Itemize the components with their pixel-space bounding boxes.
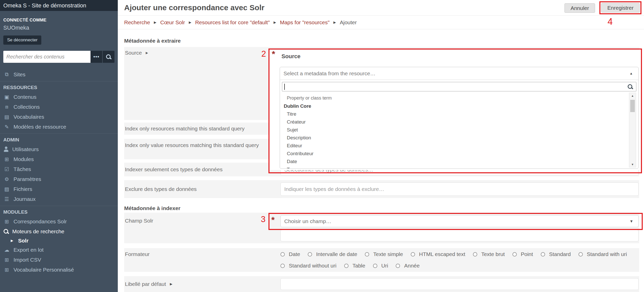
radio-icon[interactable] [280,264,285,268]
sidebar-item-modeles-de-ressource[interactable]: ✎Modèles de ressource [0,122,118,132]
breadcrumb-link-3[interactable]: Resources list for core "default" [195,19,270,26]
sidebar-item-export-en-lot[interactable]: ☁Export en lot [0,245,118,255]
field-row-formatter: Formateur Date Intervalle de date Texte … [124,248,639,272]
radio-icon[interactable] [473,252,477,257]
scroll-up-icon[interactable]: ▲ [629,94,636,97]
sidebar-section-modules: MODULES [0,208,118,216]
formatter-radio-table[interactable]: Table [344,263,365,269]
source-select-placeholder: Select a metadata from the resource… [280,67,638,80]
moteurs-de-recherche-icon [3,229,9,234]
radio-icon[interactable] [308,252,312,257]
formatter-radio-texte-brut[interactable]: Texte brut [473,251,505,257]
text-cursor [284,84,285,90]
formatter-radio-date[interactable]: Date [280,251,300,257]
search-icon [106,54,111,60]
solr-icon: ▶ [10,239,14,242]
dropdown-option[interactable]: Description [280,134,638,142]
sidebar-item-label: Correspondances Solr [14,218,67,225]
sidebar-item-solr[interactable]: ▶Solr [0,236,118,245]
breadcrumb-current: Ajouter [340,19,357,26]
sidebar-item-moteurs-de-recherche[interactable]: Moteurs de recherche [0,226,118,236]
formatter-radio-uri[interactable]: Uri [373,263,388,269]
exclude-label: Exclure des types de données [125,180,197,198]
radio-icon[interactable] [396,264,400,268]
default-label-label: Libellé par défaut ▶ [125,276,172,292]
dropdown-option[interactable]: Type [280,165,638,168]
search-submit-button[interactable] [103,51,114,63]
formatter-radio-standard-with-uri[interactable]: Standard with uri [578,251,627,257]
ellipsis-icon: ••• [93,54,99,60]
radio-icon[interactable] [411,252,415,257]
source-select[interactable]: Select a metadata from the resource… ▲ [280,67,638,80]
cancel-button[interactable]: Annuler [564,3,595,13]
radio-icon[interactable] [512,252,517,257]
sidebar-item-label: Vocabulaire Personnalisé [14,267,74,273]
dropdown-option[interactable]: Editeur [280,142,638,150]
chevron-up-icon: ▲ [629,67,633,80]
fichiers-icon: ▨ [3,186,10,192]
dropdown-option[interactable]: Titre [280,110,638,118]
source-search-field[interactable] [282,82,636,91]
dropdown-option[interactable]: Date [280,157,638,165]
radio-icon[interactable] [365,252,369,257]
dropdown-scrollbar[interactable]: ▲ ▼ [629,93,636,167]
radio-icon[interactable] [344,264,349,268]
sidebar-divider [0,206,118,206]
sidebar-item-collections[interactable]: ⧈Collections [0,102,118,112]
formatter-radio-intervalle-de-date[interactable]: Intervalle de date [308,251,357,257]
sidebar-item-vocabulaire-personnalise[interactable]: ⊞Vocabulaire Personnalisé [0,265,118,275]
parametres-icon: ⚙ [3,176,10,182]
dropdown-option[interactable]: Property or class term [280,94,638,102]
modules-icon: ⊞ [3,156,10,162]
formatter-radio-standard-without-uri[interactable]: Standard without uri [280,263,337,269]
sidebar-item-utilisateurs[interactable]: Utilisateurs [0,144,118,154]
solr-field-input[interactable] [280,230,639,241]
current-user[interactable]: SUOmeka [3,25,114,31]
collapse-triangle-icon[interactable]: ▶ [170,276,172,292]
radio-icon[interactable] [541,252,545,257]
formatter-radio-texte-simple[interactable]: Texte simple [365,251,403,257]
sidebar-item-contenus[interactable]: ▣Contenus [0,92,118,102]
sidebar-item-journaux[interactable]: ☰Journaux [0,194,118,204]
admin-sidebar: Omeka S - Site de démonstration CONNECTÉ… [0,0,118,292]
site-title[interactable]: Omeka S - Site de démonstration [0,0,118,11]
scrollbar-thumb[interactable] [630,100,635,112]
field-row-exclude: Exclure des types de données [124,180,639,198]
radio-icon[interactable] [280,252,285,257]
breadcrumb-link-2[interactable]: Cœur Solr [160,19,185,26]
sidebar-section-ressources: RESSOURCES [0,83,118,92]
breadcrumb-link-4[interactable]: Maps for "resources" [280,19,330,26]
main-content: Ajouter une correspondance avec Solr Ann… [118,0,644,292]
formatter-radio-standard[interactable]: Standard [541,251,571,257]
formatter-radio-année[interactable]: Année [396,263,420,269]
formatter-radio-html-escaped-text[interactable]: HTML escaped text [411,251,465,257]
advanced-search-button[interactable]: ••• [91,51,103,63]
sidebar-item-correspondances-solr[interactable]: ⊞Correspondances Solr [0,216,118,226]
sidebar-item-parametres[interactable]: ⚙Paramètres [0,174,118,184]
logout-button[interactable]: Se déconnecter [3,35,41,45]
sidebar-item-vocabulaires[interactable]: ▤Vocabulaires [0,112,118,122]
sidebar-item-fichiers[interactable]: ▨Fichiers [0,184,118,194]
default-label-input[interactable] [280,278,639,290]
index-only-values-label: Index only value resources matching this… [125,141,273,149]
dropdown-option[interactable]: Contributeur [280,150,638,157]
formatter-radio-point[interactable]: Point [512,251,533,257]
search-input[interactable] [3,51,91,63]
sites-icon: ⧉ [3,71,10,77]
collapse-triangle-icon[interactable]: ▶ [146,51,148,55]
solr-field-select[interactable]: Choisir un champ… ▼ [280,215,639,227]
scroll-down-icon[interactable]: ▼ [629,163,636,166]
radio-icon[interactable] [578,252,583,257]
sidebar-item-sites[interactable]: ⧉Sites [0,69,118,79]
dropdown-option[interactable]: Créateur [280,118,638,126]
radio-icon[interactable] [373,264,377,268]
dropdown-option[interactable]: Sujet [280,126,638,134]
sidebar-item-taches[interactable]: ☑Tâches [0,164,118,174]
exclude-input[interactable] [280,182,639,196]
sidebar-item-import-csv[interactable]: ⊞Import CSV [0,255,118,265]
breadcrumb-link-1[interactable]: Recherche [124,19,150,26]
dropdown-option[interactable]: Dublin Core [280,102,638,110]
contenus-icon: ▣ [3,94,10,100]
save-button[interactable]: Enregistrer [601,3,640,13]
sidebar-item-modules[interactable]: ⊞Modules [0,154,118,164]
